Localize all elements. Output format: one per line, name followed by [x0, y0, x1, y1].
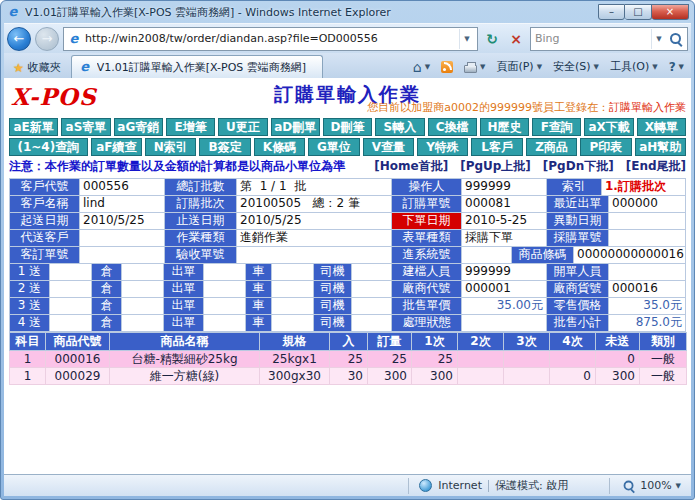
field-value[interactable]	[352, 264, 392, 281]
field-value[interactable]	[80, 247, 165, 264]
toolbar-button[interactable]: V查量	[363, 138, 414, 156]
toolbar-button[interactable]: aS寄單	[61, 118, 110, 136]
close-button[interactable]: ×	[652, 4, 689, 20]
toolbar-button[interactable]: aF續查	[91, 138, 142, 156]
refresh-button[interactable]: ↻	[482, 28, 502, 50]
maximize-button[interactable]: □	[625, 4, 652, 20]
toolbar-button[interactable]: N索引	[145, 138, 196, 156]
search-box[interactable]: Bing ▼	[530, 27, 688, 51]
field-value[interactable]	[272, 281, 314, 298]
search-dropdown[interactable]: ▼	[651, 29, 666, 49]
field-value[interactable]	[462, 315, 547, 332]
favorites-button[interactable]: ★ 收藏夾	[6, 57, 68, 78]
field-value[interactable]: 2010/5/25	[80, 213, 165, 230]
field-value[interactable]: 875.0元	[609, 315, 686, 332]
field-value[interactable]	[204, 298, 246, 315]
item-row[interactable]: 1000029維一方糖(綠)300gx30303003000300一般	[10, 368, 687, 385]
field-value[interactable]	[50, 315, 92, 332]
field-value[interactable]: 2010/5/25	[237, 213, 392, 230]
field-value[interactable]	[80, 230, 165, 247]
page-menu[interactable]: 頁面(P) ▼	[491, 56, 547, 77]
field-value[interactable]	[50, 264, 92, 281]
forward-button[interactable]: →	[35, 27, 59, 51]
toolbar-button[interactable]: B簽定	[199, 138, 250, 156]
items-column-header: 未送	[596, 333, 640, 351]
toolbar-button[interactable]: (1~4)查詢	[9, 138, 88, 156]
help-menu[interactable]: ? ▼	[664, 56, 689, 77]
print-button[interactable]: ▼	[459, 56, 490, 77]
toolbar-button[interactable]: Z商品	[526, 138, 577, 156]
items-column-header: 1次	[412, 333, 458, 351]
field-value[interactable]	[122, 315, 164, 332]
toolbar-button[interactable]: D刪筆	[323, 118, 372, 136]
field-value[interactable]	[50, 298, 92, 315]
stop-button[interactable]: ×	[506, 28, 526, 50]
field-value[interactable]	[352, 281, 392, 298]
toolbar-button[interactable]: E增筆	[166, 118, 215, 136]
field-value[interactable]	[462, 247, 512, 264]
zoom-control[interactable]: 100% ▼	[609, 478, 685, 494]
toolbar-button[interactable]: F查詢	[532, 118, 581, 136]
toolbar-button[interactable]: X轉單	[637, 118, 686, 136]
field-value[interactable]: 35.0元	[609, 298, 686, 315]
toolbar-button[interactable]: aE新單	[9, 118, 58, 136]
toolbar-button[interactable]: H歷史	[480, 118, 529, 136]
toolbar-button[interactable]: G單位	[308, 138, 359, 156]
field-value[interactable]: 000000000000161	[574, 247, 686, 264]
field-value[interactable]	[122, 298, 164, 315]
toolbar-button[interactable]: aH幫助	[635, 138, 686, 156]
search-icon[interactable]	[669, 32, 683, 46]
field-value[interactable]	[352, 315, 392, 332]
field-value[interactable]: lind	[80, 196, 165, 213]
field-value[interactable]: 000000	[609, 196, 686, 213]
toolbar-button[interactable]: P印表	[580, 138, 631, 156]
toolbar-button[interactable]: U更正	[218, 118, 267, 136]
toolbar-button[interactable]: K條碼	[254, 138, 305, 156]
field-value[interactable]	[204, 264, 246, 281]
field-value[interactable]	[272, 315, 314, 332]
field-value[interactable]: 第 1 / 1 批	[237, 179, 392, 196]
toolbar-button[interactable]: Y特殊	[417, 138, 468, 156]
home-button[interactable]: ⌂ ▼	[408, 56, 435, 77]
minimize-button[interactable]: –	[598, 4, 625, 20]
toolbar-button[interactable]: C換檔	[428, 118, 477, 136]
field-value[interactable]	[609, 213, 686, 230]
address-dropdown[interactable]: ▼	[459, 29, 474, 49]
safety-menu[interactable]: 安全(S) ▼	[548, 56, 604, 77]
field-value[interactable]: 2010-5-25	[462, 213, 547, 230]
field-value[interactable]	[122, 264, 164, 281]
field-value[interactable]: 進銷作業	[237, 230, 392, 247]
field-value[interactable]	[609, 264, 686, 281]
field-value[interactable]	[609, 230, 686, 247]
toolbar-button[interactable]: L客戶	[471, 138, 522, 156]
field-value[interactable]: 000556	[80, 179, 165, 196]
field-value[interactable]: 000016	[609, 281, 686, 298]
field-value[interactable]	[272, 298, 314, 315]
field-value[interactable]: 採購下單	[462, 230, 547, 247]
toolbar-button[interactable]: S轉入	[375, 118, 424, 136]
field-value[interactable]	[122, 281, 164, 298]
field-value[interactable]: 000001	[462, 281, 547, 298]
active-tab[interactable]: e V1.01訂購單輸入作業[X-POS 雲端商務網]	[71, 55, 323, 78]
field-value[interactable]: 999999	[462, 179, 547, 196]
field-value[interactable]: 000081	[462, 196, 547, 213]
feeds-button[interactable]	[436, 56, 458, 77]
toolbar-button[interactable]: aX下載	[584, 118, 633, 136]
item-row[interactable]: 1000016台糖-精製細砂25kg25kgx12525250一般	[10, 351, 687, 368]
field-value[interactable]	[272, 264, 314, 281]
field-value[interactable]: 35.00元	[462, 298, 547, 315]
address-bar[interactable]: e http://win2008/tw/order/diandan.asp?fi…	[63, 27, 478, 51]
field-value[interactable]	[204, 315, 246, 332]
field-value[interactable]	[204, 281, 246, 298]
field-value[interactable]: 20100505 總：2 筆	[237, 196, 392, 213]
field-label: 司機	[314, 315, 352, 332]
back-button[interactable]: ←	[7, 27, 31, 51]
toolbar-button[interactable]: aD刪單	[271, 118, 320, 136]
toolbar-button[interactable]: aG寄銷	[114, 118, 163, 136]
field-value[interactable]	[352, 298, 392, 315]
field-label: 訂購單號	[392, 196, 462, 213]
tools-menu[interactable]: 工具(O) ▼	[605, 56, 663, 77]
field-value[interactable]	[237, 247, 392, 264]
field-value[interactable]	[50, 281, 92, 298]
field-value[interactable]: 999999	[462, 264, 547, 281]
